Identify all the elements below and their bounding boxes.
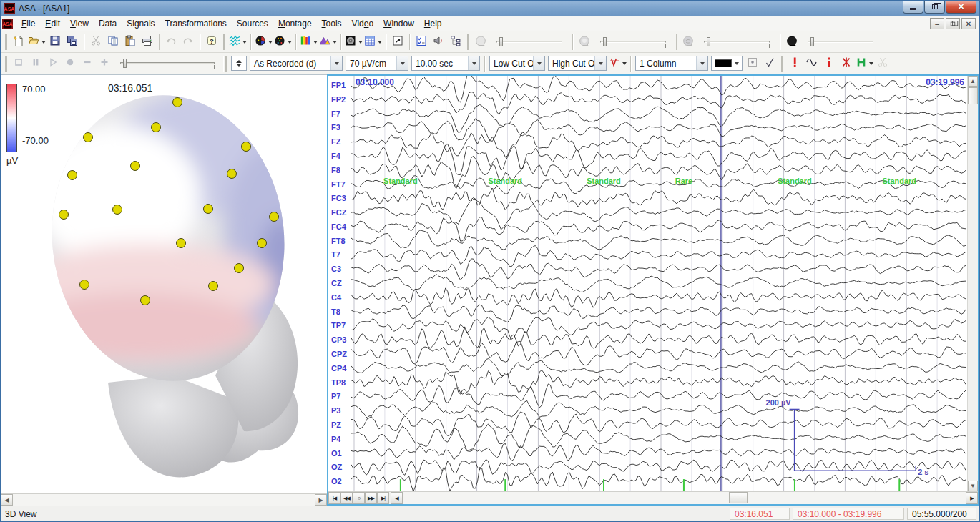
notch-filter-button[interactable] <box>608 55 627 72</box>
menu-tools[interactable]: Tools <box>317 17 347 30</box>
electrode-marker[interactable] <box>235 264 244 273</box>
chevron-down-icon[interactable] <box>468 56 479 70</box>
nav-rewind-button[interactable]: ◀◀ <box>340 492 353 504</box>
channel-label-fc4[interactable]: FC4 <box>331 222 346 231</box>
menu-signals[interactable]: Signals <box>122 17 160 30</box>
cortex-opacity-slider[interactable] <box>701 35 773 49</box>
event-marker-label[interactable]: Standard <box>488 177 522 185</box>
menu-sources[interactable]: Sources <box>232 17 273 30</box>
mri-slice-button[interactable] <box>344 34 363 51</box>
electrode-marker[interactable] <box>68 171 77 180</box>
electrode-marker[interactable] <box>209 282 218 291</box>
channel-label-fp1[interactable]: FP1 <box>331 81 346 89</box>
channel-label-fz[interactable]: FZ <box>331 137 340 146</box>
scroll-down-icon[interactable]: ▼ <box>968 481 978 491</box>
head-electrodes-button[interactable] <box>273 34 293 51</box>
eeg-vscrollbar[interactable]: ▲ ▼ <box>967 76 978 491</box>
channel-label-p4[interactable]: P4 <box>331 435 340 443</box>
reject-cross-button[interactable] <box>838 55 855 72</box>
signal-burst-button[interactable] <box>228 34 248 51</box>
scroll-up-icon[interactable]: ▲ <box>968 76 978 87</box>
event-marker-label[interactable]: Rare <box>675 177 692 185</box>
toolbar-grip[interactable] <box>466 34 469 50</box>
eeg-trace-area[interactable]: 03:10.00003:19.996StandardStandardStanda… <box>351 76 967 491</box>
channel-label-cp3[interactable]: CP3 <box>331 335 346 344</box>
electrode-marker[interactable] <box>173 98 182 107</box>
head-layer-dark-button[interactable] <box>783 34 800 51</box>
chevron-down-icon[interactable] <box>288 41 292 44</box>
slider-thumb[interactable] <box>499 37 503 46</box>
channel-spin[interactable] <box>231 56 247 71</box>
chevron-down-icon[interactable] <box>41 41 46 44</box>
electrode-marker[interactable] <box>152 123 161 132</box>
chevron-down-icon[interactable] <box>594 56 606 70</box>
channel-label-ft7[interactable]: FT7 <box>331 180 346 189</box>
chevron-down-icon[interactable] <box>313 41 318 44</box>
electrode-marker[interactable] <box>204 205 213 214</box>
channel-label-fp2[interactable]: FP2 <box>331 95 346 104</box>
electrode-marker[interactable] <box>258 239 267 248</box>
channel-label-ft8[interactable]: FT8 <box>331 237 346 245</box>
tree-view-button[interactable] <box>447 34 464 51</box>
menu-edit[interactable]: Edit <box>40 17 65 30</box>
save-button[interactable] <box>46 34 64 51</box>
chevron-down-icon[interactable] <box>622 62 627 65</box>
chevron-down-icon[interactable] <box>396 56 408 70</box>
channel-label-p7[interactable]: P7 <box>331 392 340 400</box>
menu-window[interactable]: Window <box>378 17 419 30</box>
channel-label-fcz[interactable]: FCZ <box>331 208 346 217</box>
channel-label-t8[interactable]: T8 <box>331 307 340 316</box>
channel-label-tp7[interactable]: TP7 <box>331 321 346 330</box>
contour-mountain-button[interactable] <box>318 34 338 51</box>
new-document-button[interactable] <box>10 34 27 51</box>
electrode-marker[interactable] <box>113 205 122 215</box>
channel-label-pz[interactable]: PZ <box>331 420 341 429</box>
sensitivity-select[interactable]: 70 µV/cm <box>346 56 408 71</box>
head-opacity-slider[interactable] <box>805 35 876 49</box>
channel-label-fc3[interactable]: FC3 <box>331 194 346 202</box>
channel-label-t7[interactable]: T7 <box>331 250 340 259</box>
channel-label-o1[interactable]: O1 <box>331 449 342 458</box>
electrode-marker[interactable] <box>141 296 150 305</box>
channel-label-f3[interactable]: F3 <box>331 123 340 132</box>
event-marker-label[interactable]: Standard <box>883 177 917 185</box>
montage-select[interactable]: As Recorded (d) <box>250 56 343 71</box>
menu-help[interactable]: Help <box>419 17 447 30</box>
electrode-marker[interactable] <box>227 169 237 179</box>
electrode-marker[interactable] <box>80 280 89 290</box>
skull-opacity-slider[interactable] <box>597 35 669 49</box>
electrode-marker[interactable] <box>59 210 69 220</box>
event-exclamation-button[interactable] <box>786 55 803 72</box>
scroll-right-icon[interactable]: ▶ <box>966 492 978 504</box>
lowcut-select[interactable]: Low Cut O <box>489 56 545 71</box>
chevron-down-icon[interactable] <box>333 41 337 44</box>
scalp-opacity-slider[interactable] <box>494 35 565 49</box>
paste-button[interactable] <box>122 34 139 51</box>
checklist-button[interactable] <box>413 34 430 51</box>
mdi-restore-button[interactable] <box>946 18 960 29</box>
menu-view[interactable]: View <box>65 17 94 30</box>
menu-file[interactable]: File <box>16 17 40 30</box>
color-columns-button[interactable] <box>299 34 318 51</box>
channel-label-cpz[interactable]: CPZ <box>331 350 347 358</box>
channel-label-oz[interactable]: OZ <box>331 463 342 471</box>
data-table-button[interactable] <box>363 34 383 51</box>
speaker-button[interactable] <box>430 34 447 51</box>
channel-label-f7[interactable]: F7 <box>331 109 340 118</box>
chevron-down-icon[interactable] <box>242 41 247 44</box>
wave-marker-button[interactable] <box>803 55 820 72</box>
slider-thumb[interactable] <box>603 37 607 46</box>
3d-view-panel[interactable]: 70.00 -70.00 µV 03:16.051 ◀ ▶ <box>1 74 327 506</box>
channel-label-c3[interactable]: C3 <box>331 265 341 273</box>
scroll-right-icon[interactable]: ▶ <box>315 494 327 506</box>
highcut-select[interactable]: High Cut O <box>548 56 607 71</box>
columns-select[interactable]: 1 Column <box>635 56 708 71</box>
replay-speed-slider[interactable] <box>117 56 217 71</box>
event-marker-label[interactable]: Standard <box>383 177 418 185</box>
copy-button[interactable] <box>104 34 122 51</box>
event-marker-label[interactable]: Standard <box>778 177 812 185</box>
help-button[interactable]: ? <box>203 34 220 51</box>
channel-label-cp4[interactable]: CP4 <box>331 364 346 373</box>
eeg-hscrollbar[interactable] <box>403 492 966 504</box>
apply-check-button[interactable] <box>761 55 778 72</box>
